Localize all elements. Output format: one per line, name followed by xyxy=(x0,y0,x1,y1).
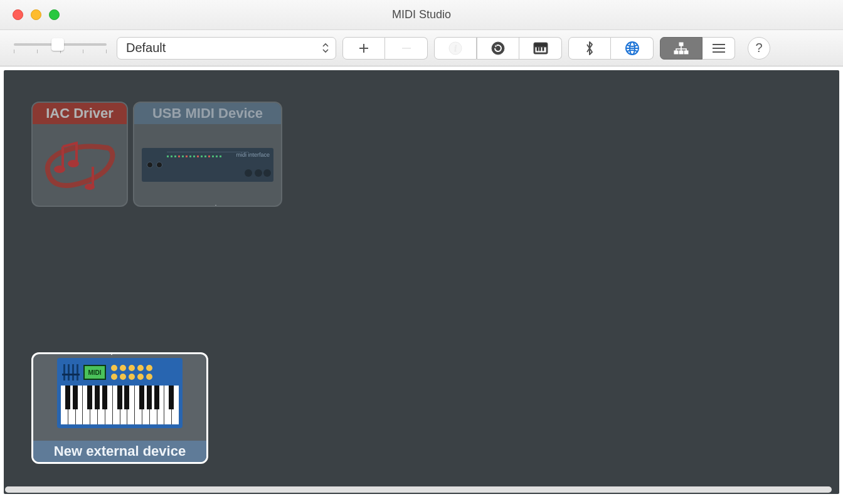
svg-rect-16 xyxy=(674,51,678,54)
svg-rect-17 xyxy=(679,51,683,54)
test-setup-button[interactable] xyxy=(519,37,562,60)
device-title: New external device xyxy=(33,441,206,462)
device-title: IAC Driver xyxy=(33,103,127,124)
help-button[interactable]: ? xyxy=(748,37,770,60)
svg-rect-11 xyxy=(543,47,544,51)
device-new-external[interactable]: MIDI New external device xyxy=(31,352,208,464)
window-controls xyxy=(13,9,60,20)
svg-point-24 xyxy=(85,184,95,190)
refresh-icon xyxy=(491,41,505,55)
icon-view-button[interactable] xyxy=(660,37,702,60)
zoom-slider[interactable] xyxy=(10,36,110,61)
bluetooth-icon xyxy=(585,41,595,56)
svg-rect-18 xyxy=(684,51,688,54)
rescan-midi-button[interactable] xyxy=(477,37,519,60)
svg-point-22 xyxy=(54,165,65,173)
remove-configuration-button[interactable] xyxy=(385,37,428,60)
window-title: MIDI Studio xyxy=(0,8,843,21)
view-mode-group xyxy=(660,37,735,60)
connectivity-group xyxy=(568,37,654,60)
bluetooth-button[interactable] xyxy=(568,37,611,60)
device-info-button[interactable]: i xyxy=(434,37,477,60)
device-artwork: midi interface xyxy=(134,124,281,206)
keyboard-icon: MIDI xyxy=(57,358,183,428)
device-ports-bottom[interactable] xyxy=(192,204,223,207)
list-icon xyxy=(711,43,726,54)
device-actions-group: i xyxy=(434,37,562,60)
globe-icon xyxy=(625,41,640,56)
plus-icon xyxy=(358,43,369,54)
stage-container: IAC Driver USB MIDI Device midi interfac… xyxy=(0,66,843,494)
svg-rect-15 xyxy=(679,43,683,46)
music-notes-icon xyxy=(39,129,120,201)
stepper-caret-icon xyxy=(322,43,329,53)
zoom-window-button[interactable] xyxy=(49,9,60,20)
add-remove-config-group xyxy=(342,37,428,60)
piano-icon xyxy=(533,42,548,55)
svg-rect-9 xyxy=(537,47,538,51)
network-button[interactable] xyxy=(611,37,654,60)
device-artwork xyxy=(33,124,127,206)
minimize-window-button[interactable] xyxy=(31,9,41,20)
configuration-select[interactable]: Default xyxy=(117,37,336,60)
titlebar: MIDI Studio xyxy=(0,0,843,30)
device-artwork: MIDI xyxy=(33,354,206,441)
device-title: USB MIDI Device xyxy=(134,103,281,124)
midi-canvas[interactable]: IAC Driver USB MIDI Device midi interfac… xyxy=(4,70,839,494)
info-icon: i xyxy=(448,41,462,55)
svg-point-5 xyxy=(492,42,504,55)
midi-interface-icon: midi interface xyxy=(142,148,273,182)
keyboard-screen-label: MIDI xyxy=(83,365,106,380)
device-ports-top[interactable] xyxy=(104,352,135,355)
hierarchy-icon xyxy=(674,42,689,55)
device-iac-driver[interactable]: IAC Driver xyxy=(31,102,128,207)
close-window-button[interactable] xyxy=(13,9,23,20)
device-usb-midi[interactable]: USB MIDI Device midi interface xyxy=(133,102,282,207)
horizontal-scrollbar[interactable] xyxy=(5,486,832,493)
configuration-selected-label: Default xyxy=(126,41,166,55)
toolbar: Default i xyxy=(0,30,843,66)
minus-icon xyxy=(401,43,412,54)
add-configuration-button[interactable] xyxy=(342,37,385,60)
svg-point-23 xyxy=(68,160,79,167)
svg-rect-10 xyxy=(539,47,541,51)
list-view-button[interactable] xyxy=(702,37,735,60)
question-icon: ? xyxy=(755,41,762,55)
svg-text:i: i xyxy=(454,43,457,53)
zoom-slider-thumb[interactable] xyxy=(51,38,64,51)
